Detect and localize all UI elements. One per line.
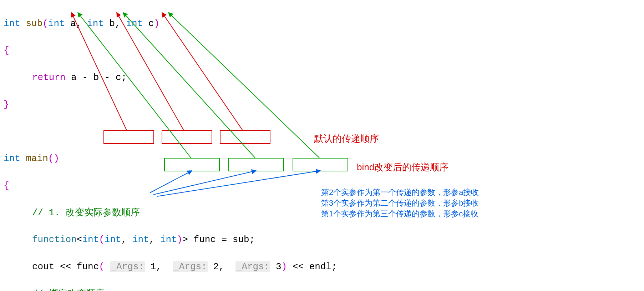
keyword-int: int [4, 18, 20, 29]
box-placeholder1-green [293, 158, 348, 171]
anno-note3: 第1个实参作为第三个传递的参数，形参c接收 [321, 209, 478, 219]
line-9: function<int(int, int, int)> func = sub; [4, 233, 644, 247]
arg-3: 3 [276, 261, 282, 272]
keyword-int: int [105, 234, 121, 245]
fn-main: main [26, 153, 48, 164]
keyword-int: int [4, 153, 20, 164]
call-func: func [77, 261, 99, 272]
brace-open: { [4, 180, 9, 191]
hint-args: _Args: [110, 261, 145, 272]
angle-open: < [77, 234, 82, 245]
op-eq: = [222, 234, 227, 245]
arg-2: 2 [213, 261, 219, 272]
anno-bind-order: bind改变后的传递顺序 [357, 161, 448, 174]
line-2: { [4, 44, 644, 57]
brace-open: { [4, 45, 9, 56]
keyword-return: return [32, 72, 66, 83]
paren-open: ( [99, 234, 105, 245]
param-c: c [148, 18, 154, 29]
code-block: int sub(int a, int b, int c) { return a … [4, 4, 644, 291]
keyword-int: int [82, 234, 99, 245]
line-11: // 绑定改变顺序 [4, 287, 644, 291]
hint-args: _Args: [235, 261, 270, 272]
endl: endl; [309, 261, 337, 272]
param-a: a [70, 18, 76, 29]
paren-open: ( [48, 153, 54, 164]
keyword-int: int [87, 18, 104, 29]
paren-close: ) [177, 234, 183, 245]
paren-close: ) [154, 18, 159, 29]
cout: cout [32, 261, 54, 272]
box-arg2-red [162, 130, 212, 144]
op-ins: << [60, 261, 71, 272]
ref-sub: sub [233, 234, 249, 245]
expr-sub: a - b - c; [71, 72, 127, 83]
hint-args: _Args: [173, 261, 208, 272]
paren-close: ) [54, 153, 59, 164]
anno-default-order: 默认的传递顺序 [314, 132, 379, 146]
op-ins: << [293, 261, 304, 272]
line-1: int sub(int a, int b, int c) [4, 17, 644, 31]
function-tmpl: function [32, 234, 77, 245]
paren-open: ( [99, 261, 105, 272]
fn-sub: sub [26, 18, 42, 29]
line-3: return a - b - c; [4, 71, 644, 85]
paren-open: ( [42, 18, 48, 29]
box-placeholder3-green [228, 158, 284, 171]
keyword-int: int [126, 18, 143, 29]
line-10: cout << func( _Args: 1, _Args: 2, _Args:… [4, 260, 644, 274]
keyword-int: int [132, 234, 149, 245]
brace-close: } [4, 99, 9, 110]
anno-note1: 第2个实参作为第一个传递的参数，形参a接收 [321, 187, 479, 198]
arg-1: 1 [151, 261, 156, 272]
box-placeholder2-green [164, 158, 220, 171]
var-func: func [194, 234, 216, 245]
box-arg3-red [220, 130, 270, 144]
angle-close: > [182, 234, 188, 245]
comment-2: // 绑定改变顺序 [32, 289, 105, 291]
anno-note2: 第3个实参作为第二个传递的参数，形参b接收 [321, 198, 479, 209]
comment-1: // 1. 改变实际参数顺序 [32, 207, 140, 218]
keyword-int: int [160, 234, 177, 245]
keyword-int: int [48, 18, 65, 29]
paren-close: ) [282, 261, 287, 272]
box-arg1-red [103, 130, 154, 144]
line-4: } [4, 98, 644, 112]
param-b: b [110, 18, 115, 29]
